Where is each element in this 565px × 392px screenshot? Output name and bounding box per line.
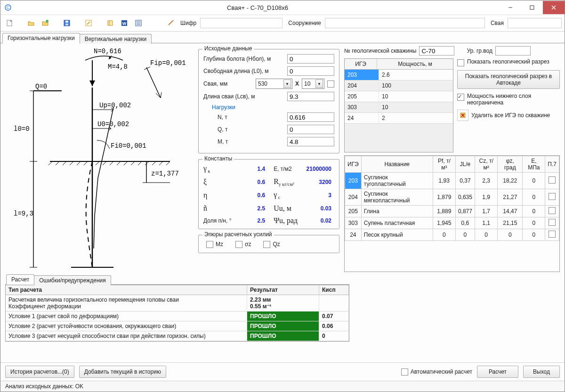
tool-icon-1[interactable] — [104, 17, 116, 29]
maximize-button[interactable] — [521, 1, 543, 14]
geology-layers-table[interactable]: ИГЭМощность, м 2032.6 204100 20510 30310… — [344, 58, 453, 152]
swamp-depth-input[interactable] — [287, 54, 334, 64]
const-xi[interactable]: 0.6 — [237, 179, 268, 185]
svg-text:Q=0: Q=0 — [35, 83, 47, 90]
const-dolya[interactable]: 2.5 — [237, 217, 268, 224]
table-row: Условие 1 (расчет свой по деформациям)ПР… — [6, 312, 349, 321]
svg-line-66 — [131, 161, 135, 165]
load-q-input[interactable] — [287, 125, 334, 134]
table-row[interactable]: 205Глина1,8890,8771,714,470 — [345, 206, 559, 217]
svg-line-23 — [169, 21, 173, 25]
edit-icon[interactable] — [82, 17, 95, 29]
p7-checkbox[interactable] — [549, 219, 556, 226]
results-tabs: Расчет Ошибки/предупреждения — [5, 274, 349, 285]
table-row[interactable]: 203Суглинок тугопластичный1,930,372,318,… — [345, 173, 559, 189]
borehole-input[interactable] — [419, 46, 454, 56]
svg-text:Fip=0,001: Fip=0,001 — [150, 59, 186, 67]
table-row: Условие 3 (расчет несущей способности св… — [6, 331, 349, 341]
p7-checkbox[interactable] — [549, 176, 556, 184]
history-button[interactable]: История расчетов...(0) — [5, 366, 74, 378]
open-recent-icon[interactable] — [39, 17, 51, 29]
table-row[interactable]: 242 — [345, 113, 453, 124]
table-row[interactable]: 204100 — [345, 80, 453, 91]
load-n-input[interactable] — [287, 112, 334, 122]
svg-line-64 — [117, 161, 121, 165]
table-row[interactable]: 303Супень пластичная1,9450,61,121,150 — [345, 217, 559, 229]
borehole-label: № геологической скважины — [344, 48, 416, 54]
show-section-checkbox[interactable]: Показать геологический разрез — [457, 58, 560, 66]
const-uu[interactable]: 0.03 — [303, 205, 334, 212]
svg-rect-15 — [108, 21, 113, 25]
word-export-icon[interactable]: W — [118, 17, 130, 29]
load-m-input[interactable] — [287, 137, 334, 146]
calculate-button[interactable]: Расчет — [477, 366, 518, 378]
svg-text:W: W — [122, 21, 127, 26]
svg-line-29 — [146, 67, 161, 98]
exit-button[interactable]: Выход — [523, 366, 560, 378]
tab-calculation[interactable]: Расчет — [6, 274, 34, 285]
tab-horizontal-loads[interactable]: Горизонтальные нагрузки — [2, 33, 80, 43]
p7-checkbox[interactable] — [549, 207, 556, 214]
code-input[interactable] — [200, 18, 282, 28]
save-icon[interactable] — [61, 17, 73, 29]
const-e[interactable]: 21000000 — [303, 166, 334, 172]
const-ry[interactable]: 3200 — [303, 179, 334, 185]
show-acad-button[interactable]: Показать геологический разрез в Автокаде — [457, 70, 560, 89]
swamp-depth-label: Глубина болота (Нбол), м — [203, 56, 284, 62]
svg-text:l0=0: l0=0 — [14, 125, 30, 133]
pile-wall-combo[interactable]: 10▼ — [302, 79, 324, 89]
svg-text:N=0,616: N=0,616 — [94, 48, 121, 55]
p7-checkbox[interactable] — [549, 231, 556, 238]
bottom-bar: История расчетов...(0) Добавить текущий … — [0, 362, 565, 381]
groundwater-input[interactable] — [495, 46, 531, 56]
const-gamma-k[interactable]: 1.4 — [237, 166, 268, 172]
const-psi[interactable]: 0.02 — [303, 217, 334, 224]
open-folder-icon[interactable] — [25, 17, 37, 29]
soil-properties-table[interactable]: ИГЭНазваниеPf, т/м³JL/eCz, т/м²φz, градE… — [344, 155, 560, 272]
pile-length-input[interactable] — [287, 92, 334, 101]
close-button[interactable] — [543, 1, 565, 14]
unlimited-bottom-checkbox[interactable]: Мощность нижнего слоя неограничена — [457, 93, 560, 106]
new-file-icon[interactable] — [3, 17, 16, 29]
svg-line-63 — [110, 161, 113, 165]
epury-qz-checkbox[interactable]: Qz — [263, 241, 280, 248]
epury-mz-checkbox[interactable]: Mz — [206, 241, 223, 248]
svg-rect-12 — [65, 24, 68, 25]
table-row[interactable]: 24Песок крупный00000 — [345, 229, 559, 241]
add-to-history-button[interactable]: Добавить текущий в историю — [79, 366, 166, 378]
p7-checkbox[interactable] — [549, 193, 556, 200]
pile-diameter-combo[interactable]: 530▼ — [256, 79, 292, 89]
table-row: Расчетная величина горизонтального перем… — [6, 295, 349, 312]
free-length-label: Свободная длина (L0), м — [203, 68, 284, 74]
const-eta[interactable]: 0.6 — [237, 192, 268, 199]
svg-text:C: C — [7, 5, 10, 10]
const-gamma-c[interactable]: 3 — [303, 192, 334, 199]
load-n-label: N, т — [218, 114, 284, 120]
svg-line-61 — [96, 161, 99, 165]
epury-sigmaz-checkbox[interactable]: σz — [235, 241, 251, 248]
table-row[interactable]: 204Суглинок мягкопластичный1,8790,6351,9… — [345, 189, 559, 206]
svg-line-59 — [77, 161, 81, 165]
svg-text:l=9,3: l=9,3 — [14, 210, 33, 217]
table-row[interactable]: 2032.6 — [345, 70, 453, 80]
svg-line-56 — [56, 161, 59, 165]
pile-label: Свая — [491, 20, 504, 26]
structure-input[interactable] — [325, 18, 485, 28]
input-data-title: Исходные данные — [202, 45, 254, 52]
pile-input[interactable] — [508, 18, 562, 28]
pile-checkbox[interactable] — [327, 80, 334, 88]
free-length-input[interactable] — [287, 66, 334, 76]
table-row[interactable]: 30310 — [345, 102, 453, 113]
svg-point-9 — [46, 20, 48, 23]
constants-group: Константы γ к1.4 E, т/м221000000 ξ0.6 Rу… — [198, 159, 339, 229]
tab-errors[interactable]: Ошибки/предупреждения — [34, 275, 111, 285]
loads-link[interactable]: Нагрузки — [203, 104, 334, 111]
delete-all-ige-button[interactable]: Удалить все ИГЭ по скважине — [457, 110, 560, 121]
auto-calc-checkbox[interactable]: Автоматический расчет — [401, 368, 472, 376]
report-icon[interactable] — [132, 17, 145, 29]
pile-length-label: Длина сваи (Lсв), м — [203, 93, 284, 100]
tab-vertical-loads[interactable]: Вертикальные нагрузки — [80, 34, 152, 44]
minimize-button[interactable] — [500, 1, 521, 14]
const-ntilde[interactable]: 2.5 — [237, 205, 268, 212]
table-row[interactable]: 20510 — [345, 91, 453, 102]
